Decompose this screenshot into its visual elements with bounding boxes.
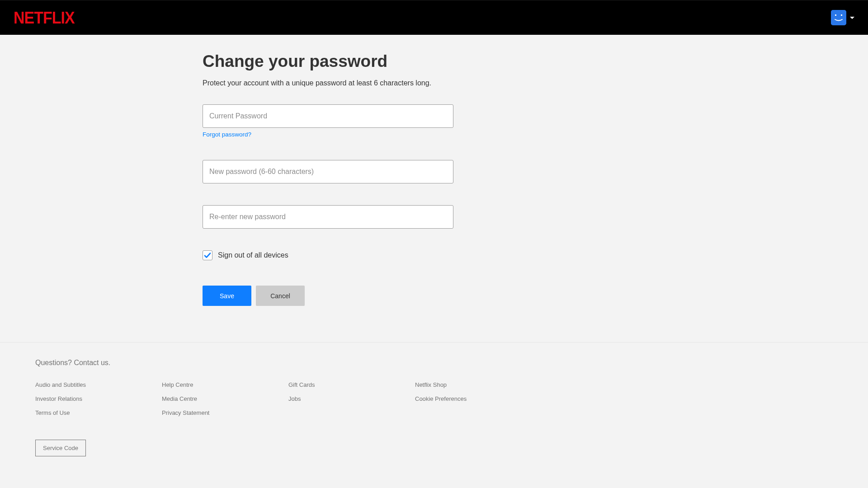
footer-link-jobs[interactable]: Jobs [288,395,406,402]
current-password-group: Forgot password? [203,104,453,138]
signout-checkbox-row: Sign out of all devices [203,250,453,260]
svg-rect-2 [841,14,842,16]
button-row: Save Cancel [203,286,453,306]
profile-dropdown[interactable] [831,10,854,25]
smiley-face-icon [831,10,846,25]
forgot-password-link[interactable]: Forgot password? [203,131,251,138]
footer-link-netflix-shop[interactable]: Netflix Shop [415,381,533,388]
signout-checkbox[interactable] [203,250,212,260]
footer-links-grid: Audio and Subtitles Help Centre Gift Car… [35,381,533,416]
footer-link-media-centre[interactable]: Media Centre [162,395,279,402]
chevron-down-icon [850,17,854,19]
save-button[interactable]: Save [203,286,251,306]
footer-link-terms[interactable]: Terms of Use [35,409,153,416]
main-content: Change your password Protect your accoun… [158,35,710,342]
new-password-input[interactable] [203,160,453,183]
password-form: Change your password Protect your accoun… [203,52,453,306]
current-password-input[interactable] [203,104,453,128]
confirm-password-group [203,205,453,229]
footer-link-gift-cards[interactable]: Gift Cards [288,381,406,388]
avatar [831,10,846,25]
confirm-password-input[interactable] [203,205,453,229]
footer-link-privacy[interactable]: Privacy Statement [162,409,279,416]
signout-checkbox-label: Sign out of all devices [218,251,288,259]
footer-link-investor-relations[interactable]: Investor Relations [35,395,153,402]
footer-link-audio-subtitles[interactable]: Audio and Subtitles [35,381,153,388]
footer: Questions? Contact us. Audio and Subtitl… [0,342,868,474]
page-title: Change your password [203,52,453,71]
page-subtitle: Protect your account with a unique passw… [203,79,453,87]
footer-link-cookie-preferences[interactable]: Cookie Preferences [415,395,533,402]
new-password-group [203,160,453,183]
svg-rect-1 [835,14,836,16]
footer-contact-link[interactable]: Questions? Contact us. [35,359,833,367]
checkmark-icon [203,251,212,259]
app-header: NETFLIX [0,0,868,35]
footer-link-help-centre[interactable]: Help Centre [162,381,279,388]
service-code-button[interactable]: Service Code [35,440,86,456]
svg-rect-0 [831,10,846,25]
netflix-logo[interactable]: NETFLIX [14,8,75,28]
cancel-button[interactable]: Cancel [256,286,305,306]
